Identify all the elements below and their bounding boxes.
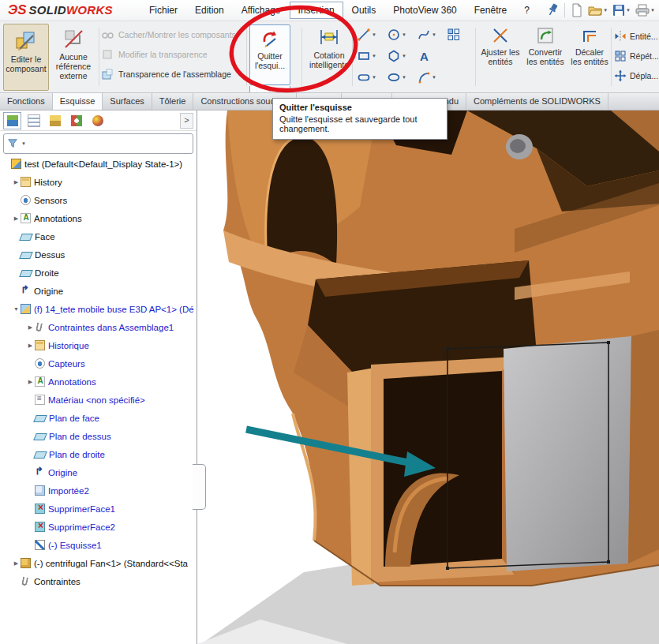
collapse-arrow-icon[interactable]: ▶ — [12, 560, 21, 567]
tree-item[interactable]: Dessus — [0, 245, 197, 264]
collapse-arrow-icon[interactable]: ▶ — [26, 379, 35, 385]
tree-item-label: (-) Esquisse1 — [48, 541, 102, 550]
tree-item[interactable]: Origine — [0, 282, 197, 300]
tree-item[interactable]: Capteurs — [0, 354, 197, 373]
menu-item[interactable]: ? — [515, 2, 538, 19]
tab-display-manager[interactable] — [88, 112, 107, 129]
menu-photoview-360[interactable]: PhotoView 360 — [384, 2, 466, 19]
mirror-entities-button[interactable]: Entité... — [614, 28, 659, 44]
dimxpert-manager-icon — [71, 115, 82, 126]
tab-property-manager[interactable] — [24, 112, 43, 129]
filter-dropdown-caret[interactable]: ▼ — [21, 141, 26, 146]
tree-item-label: (-) centrifugal Fan<1> (Standard<<Sta — [34, 559, 188, 568]
sketch-tool-polygon-button[interactable]: ▼ — [387, 47, 406, 65]
sketch-tool-pattern-button[interactable] — [447, 26, 461, 43]
tree-item[interactable]: test (Default<Default_Display State-1>) — [0, 155, 197, 173]
exit-sketch-button[interactable]: Quitter l'esqui... — [249, 24, 290, 85]
smart-dimension-button[interactable]: Cotation intelligente — [306, 26, 352, 69]
tree-item[interactable]: Origine — [0, 463, 197, 481]
dropdown-caret-icon[interactable]: ▼ — [402, 54, 406, 58]
tree-item[interactable]: ▶(-) centrifugal Fan<1> (Standard<<Sta — [0, 554, 197, 572]
ribbon-separator — [475, 28, 476, 86]
tree-item[interactable]: Plan de droite — [0, 445, 197, 463]
menu-outils[interactable]: Outils — [343, 2, 385, 19]
edit-component-button[interactable]: Editer le composant — [3, 24, 49, 91]
sketch-tool-line-button[interactable]: ▼ — [357, 26, 376, 43]
print-button[interactable]: ▼ — [633, 2, 657, 19]
tree-item[interactable]: Plan de dessus — [0, 427, 197, 445]
graphics-viewport[interactable] — [197, 110, 659, 644]
dropdown-caret-icon[interactable]: ▼ — [432, 75, 436, 80]
menu-affichage[interactable]: Affichage — [233, 2, 290, 19]
offset-entities-button[interactable]: Décaler les entités — [569, 26, 610, 66]
move-entities-button[interactable]: Dépla... — [614, 68, 659, 84]
tree-item[interactable]: ▼(f) 14_tete mobile buse E3D AP<1> (Dé — [0, 300, 197, 318]
trim-entities-button[interactable]: Ajuster les entités — [479, 26, 522, 66]
open-button[interactable]: ▼ — [586, 2, 610, 19]
no-external-references-button[interactable]: Aucune référence externe — [50, 24, 97, 91]
assembly-transparency-button[interactable]: Transparence de l'assemblage — [101, 66, 236, 82]
tree-item[interactable]: ▶Historique — [0, 336, 197, 354]
tab-esquisse[interactable]: Esquisse — [53, 93, 103, 110]
menu-fichier[interactable]: Fichier — [140, 2, 186, 19]
quick-toolbar: ▼ ▼ ▼ — [545, 2, 659, 19]
tab-t-lerie[interactable]: Tôlerie — [152, 93, 194, 110]
pattern-entities-button[interactable]: Répét... — [614, 48, 659, 64]
sketch-tool-text-button[interactable]: A — [417, 47, 431, 65]
dropdown-caret-icon[interactable]: ▼ — [372, 54, 376, 58]
collapse-arrow-icon[interactable]: ▶ — [12, 179, 21, 185]
feature-manager-icon — [7, 115, 18, 126]
tree-item[interactable]: ▶Annotations — [0, 209, 197, 227]
tree-item[interactable]: ▶History — [0, 173, 197, 191]
dropdown-caret-icon[interactable]: ▼ — [402, 32, 406, 37]
dropdown-caret-icon[interactable]: ▼ — [402, 75, 406, 80]
sketch-tool-rectangle-button[interactable]: ▼ — [357, 47, 376, 65]
save-button[interactable]: ▼ — [610, 2, 633, 19]
open-icon — [588, 4, 602, 17]
exit-sketch-dropdown[interactable]: ▼ — [249, 86, 290, 93]
sketch-tool-spline-button[interactable]: ▼ — [417, 26, 436, 43]
tab-feature-manager[interactable] — [3, 112, 21, 129]
tree-item[interactable]: ▶Contraintes dans Assemblage1 — [0, 318, 197, 336]
feature-tree: test (Default<Default_Display State-1>)▶… — [0, 155, 197, 644]
pin-toolbar-button[interactable] — [545, 2, 561, 19]
sketch-tool-slot-button[interactable]: ▼ — [357, 69, 376, 86]
convert-entities-button[interactable]: Convertir les entités — [523, 26, 567, 66]
tree-item[interactable]: SupprimerFace1 — [0, 500, 197, 518]
tree-item[interactable]: Droite — [0, 264, 197, 282]
tab-fonctions[interactable]: Fonctions — [0, 93, 53, 110]
tree-item[interactable]: Plan de face — [0, 409, 197, 427]
gray-panel[interactable] — [504, 330, 659, 571]
menu-insertion[interactable]: Insertion — [290, 2, 343, 19]
dropdown-caret-icon[interactable]: ▼ — [432, 32, 436, 37]
menu-edition[interactable]: Edition — [186, 2, 233, 19]
tree-item[interactable]: ▶Annotations — [0, 373, 197, 391]
tree-item[interactable]: (-) Esquisse1 — [0, 536, 197, 554]
tab-dimxpert-manager[interactable] — [67, 112, 85, 129]
panel-expand-chevron[interactable]: > — [180, 113, 193, 129]
tab-surfaces[interactable]: Surfaces — [103, 93, 152, 110]
collapse-arrow-icon[interactable]: ▶ — [26, 343, 35, 349]
sketch-tool-circle-button[interactable]: ▼ — [387, 26, 406, 43]
tab-compl-ments-de-solidworks[interactable]: Compléments de SOLIDWORKS — [466, 93, 608, 110]
tree-item[interactable]: Face — [0, 227, 197, 245]
filter-input[interactable] — [28, 136, 189, 152]
menu-fen-tre[interactable]: Fenêtre — [466, 2, 515, 19]
tree-item[interactable]: Importée2 — [0, 481, 197, 500]
dropdown-caret-icon[interactable]: ▼ — [372, 75, 376, 80]
tree-item[interactable]: Matériau <non spécifié> — [0, 391, 197, 409]
sketch-tool-ellipse-button[interactable]: ▼ — [387, 69, 406, 86]
sketch-tool-arc-button[interactable]: ▼ — [417, 69, 436, 86]
expand-arrow-icon[interactable]: ▼ — [12, 306, 21, 312]
collapse-arrow-icon[interactable]: ▶ — [26, 324, 35, 331]
new-document-button[interactable] — [568, 2, 586, 19]
hide-show-components-button[interactable]: Cacher/Montrer les composants — [101, 27, 236, 43]
tab-configuration-manager[interactable] — [46, 112, 64, 129]
tree-item[interactable]: Contraintes — [0, 572, 197, 590]
dropdown-caret-icon[interactable]: ▼ — [372, 32, 376, 37]
change-transparency-button[interactable]: Modifier la transparence — [101, 47, 236, 62]
tree-item[interactable]: Sensors — [0, 191, 197, 209]
panel-flyout-handle[interactable] — [193, 464, 206, 510]
collapse-arrow-icon[interactable]: ▶ — [12, 215, 21, 222]
tree-item[interactable]: SupprimerFace2 — [0, 518, 197, 536]
